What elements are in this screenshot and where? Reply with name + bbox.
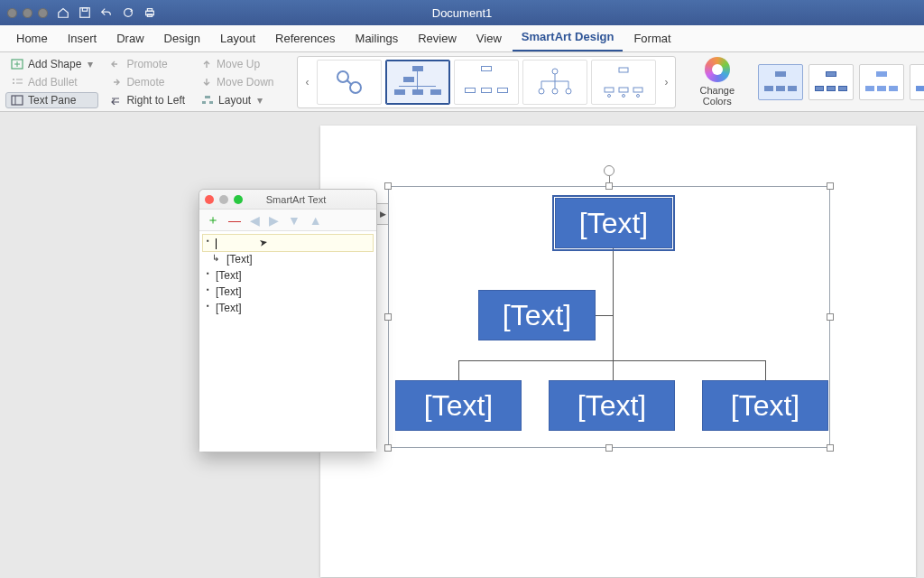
redo-icon[interactable] (122, 6, 134, 19)
ribbon-tabs: Home Insert Draw Design Layout Reference… (0, 25, 924, 52)
home-icon[interactable] (57, 6, 69, 19)
tab-layout[interactable]: Layout (211, 26, 264, 51)
textpane-row-1[interactable]: [Text] (203, 251, 373, 267)
textpane-row-2[interactable]: [Text] (203, 267, 373, 284)
ribbon: Add Shape▾ Add Bullet Text Pane Promote … (0, 52, 924, 112)
document-workspace: ▶ [Text] [Text] [Text] [Text] [Text] Sma… (0, 112, 924, 578)
smartart-node-root[interactable]: [Text] (555, 198, 672, 248)
smartart-object[interactable]: ▶ [Text] [Text] [Text] [Text] [Text] (388, 186, 830, 448)
svg-rect-25 (605, 88, 614, 92)
right-to-left-button[interactable]: Right to Left (104, 92, 190, 108)
svg-rect-0 (80, 8, 90, 18)
tab-smartart-design[interactable]: SmartArt Design (513, 24, 624, 51)
svg-rect-13 (12, 96, 23, 105)
window-controls (7, 8, 48, 18)
svg-point-2 (125, 9, 133, 17)
layout-gallery: ‹ › (297, 56, 676, 108)
svg-point-21 (539, 89, 544, 94)
svg-point-23 (566, 89, 571, 94)
promote-button[interactable]: Promote (104, 56, 190, 72)
textpane-title: SmartArt Text (221, 194, 371, 205)
svg-point-30 (637, 94, 640, 97)
svg-point-29 (623, 94, 625, 97)
style-thumb-2[interactable] (808, 64, 854, 100)
smartart-node-child-1[interactable]: [Text] (395, 380, 522, 431)
add-shape-button[interactable]: Add Shape▾ (5, 56, 98, 72)
tab-format[interactable]: Format (624, 26, 679, 51)
svg-rect-1 (82, 8, 87, 12)
svg-point-28 (608, 94, 611, 97)
tab-insert[interactable]: Insert (59, 26, 106, 51)
smartart-node-child-2[interactable]: [Text] (549, 380, 675, 431)
rotate-handle[interactable] (604, 165, 614, 176)
layout-thumb-4[interactable] (522, 60, 587, 105)
textpane-indent-icon[interactable]: ▶ (269, 213, 279, 228)
textpane-add-icon[interactable]: ＋ (207, 212, 219, 228)
layout-thumb-2[interactable] (385, 60, 450, 105)
print-icon[interactable] (143, 6, 156, 19)
mouse-cursor-icon: ➤ (258, 236, 268, 248)
text-pane-toggle[interactable]: Text Pane (5, 92, 98, 108)
layout-menu-button[interactable]: Layout▾ (196, 92, 279, 108)
textpane-list: ➤ [Text] [Text] [Text] [Text] (199, 231, 376, 452)
demote-button[interactable]: Demote (104, 74, 190, 90)
layout-thumb-1[interactable] (317, 60, 382, 105)
resize-handle-sw[interactable] (384, 444, 392, 452)
textpane-row-0[interactable]: ➤ (203, 235, 373, 251)
style-thumb-1[interactable] (758, 64, 803, 100)
minimize-window-button[interactable] (23, 8, 32, 18)
resize-handle-s[interactable] (605, 444, 613, 452)
svg-rect-16 (202, 101, 206, 104)
resize-handle-e[interactable] (827, 313, 834, 321)
tab-review[interactable]: Review (409, 26, 466, 51)
textpane-row-4[interactable]: [Text] (203, 300, 373, 316)
textpane-movedown-icon[interactable]: ▼ (288, 213, 300, 228)
tab-draw[interactable]: Draw (107, 26, 152, 51)
tab-mailings[interactable]: Mailings (346, 26, 408, 51)
textpane-row-3[interactable]: [Text] (203, 284, 373, 300)
resize-handle-n[interactable] (605, 182, 613, 190)
resize-handle-se[interactable] (827, 444, 834, 452)
textpane-moveup-icon[interactable]: ▲ (310, 213, 322, 228)
move-down-button[interactable]: Move Down (196, 74, 279, 90)
quick-access-toolbar (57, 6, 156, 19)
svg-rect-26 (619, 88, 628, 92)
zoom-window-button[interactable] (38, 8, 48, 18)
save-icon[interactable] (79, 6, 91, 19)
tab-references[interactable]: References (266, 26, 344, 51)
svg-point-10 (13, 82, 14, 84)
change-colors-button[interactable]: Change Colors (694, 55, 740, 108)
textpane-remove-icon[interactable]: — (228, 213, 241, 228)
close-window-button[interactable] (7, 8, 17, 18)
layout-thumb-5[interactable] (591, 60, 656, 105)
tab-view[interactable]: View (467, 26, 511, 51)
svg-rect-15 (205, 96, 210, 98)
gallery-prev-icon[interactable]: ‹ (300, 76, 313, 89)
undo-icon[interactable] (100, 6, 113, 19)
svg-rect-27 (633, 88, 642, 92)
smartart-text-pane[interactable]: SmartArt Text ＋ — ◀ ▶ ▼ ▲ ➤ [Text] [Text… (199, 189, 377, 452)
tab-home[interactable]: Home (7, 26, 57, 51)
style-thumb-3[interactable] (859, 64, 904, 100)
add-bullet-button[interactable]: Add Bullet (5, 74, 98, 90)
resize-handle-nw[interactable] (384, 182, 392, 190)
style-gallery (758, 64, 924, 100)
smartart-node-assistant[interactable]: [Text] (478, 290, 596, 340)
resize-handle-ne[interactable] (827, 182, 834, 190)
style-thumb-4[interactable] (910, 64, 924, 100)
svg-point-22 (552, 89, 558, 94)
gallery-next-icon[interactable]: › (660, 76, 672, 89)
move-up-button[interactable]: Move Up (196, 56, 279, 72)
svg-rect-4 (147, 9, 152, 12)
svg-point-20 (552, 69, 558, 74)
textpane-close-button[interactable] (205, 195, 214, 204)
textpane-outdent-icon[interactable]: ◀ (250, 213, 260, 228)
resize-handle-w[interactable] (384, 313, 392, 321)
svg-rect-24 (619, 68, 628, 72)
layout-thumb-3[interactable] (454, 60, 519, 105)
smartart-node-child-3[interactable]: [Text] (702, 380, 828, 431)
tab-design[interactable]: Design (155, 26, 209, 51)
textpane-titlebar[interactable]: SmartArt Text (199, 190, 376, 210)
color-wheel-icon (705, 57, 730, 82)
textpane-expand-tab[interactable]: ▶ (376, 203, 388, 225)
